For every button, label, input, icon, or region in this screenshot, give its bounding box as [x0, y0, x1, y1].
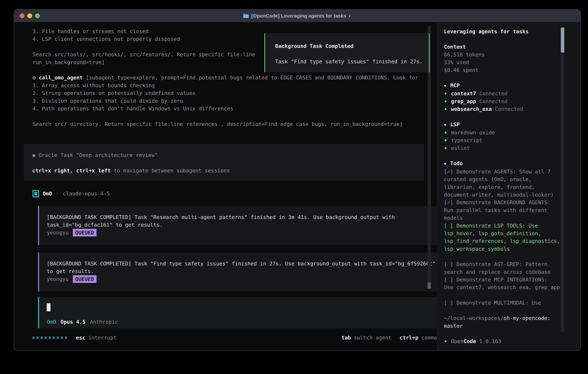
lsp-section-header[interactable]: ▼LSP: [444, 121, 580, 129]
mcp-section-header[interactable]: ▼MCP: [444, 82, 580, 90]
sidebar: Leveraging agents for tasks Context 66,5…: [437, 22, 580, 350]
todo-section-header[interactable]: ▼Todo: [444, 159, 580, 168]
tab-key-label: switch agent: [354, 334, 391, 342]
task-message-meta: yeongyu QUEUED: [47, 229, 437, 237]
gear-icon: ⚙: [32, 75, 39, 81]
lsp-item-name: typescript: [451, 136, 482, 144]
tool-call-line: ⚙ call_omo_agent [subagent_type=explore,…: [32, 74, 424, 82]
lsp-item: eslint: [444, 144, 580, 152]
hint-text: to navigate between subagent sessions: [114, 168, 230, 174]
status-dot-icon: [445, 147, 447, 149]
mcp-item: context7 Connected: [444, 90, 580, 97]
transcript-line: Search src/ directory. Return specific f…: [32, 120, 424, 128]
ctrlp-key-label: commands: [421, 334, 437, 342]
commands-shortcut: ctrl+p commands: [400, 334, 437, 342]
lsp-section: ▼LSP markdown-oxide typescript eslint: [444, 121, 580, 152]
prompt-input[interactable]: OmO Opus 4.5 Anthropic: [38, 297, 437, 328]
sidebar-scrollbar-track[interactable]: [561, 27, 564, 332]
content: 3. File handles or streams not closed 4.…: [14, 22, 580, 350]
tab-shortcut: tab switch agent: [341, 334, 391, 342]
oracle-task-title: Oracle Task "Deep architecture review": [39, 152, 158, 158]
chevron-down-icon: ▼: [444, 82, 450, 90]
notification-title: Background Task Completed: [275, 42, 427, 50]
context-spent: $0.46 spent: [444, 66, 580, 74]
mcp-item-name: context7: [451, 90, 476, 97]
close-button[interactable]: [20, 13, 24, 18]
lsp-item-name: markdown-oxide: [451, 129, 495, 136]
ctrlp-key-hint: ctrl+p: [400, 334, 419, 342]
mcp-item-status: Connected: [479, 90, 507, 97]
window-title-group: [OpenCode] Leveraging agents for tasks ◐: [243, 13, 351, 19]
minimize-button[interactable]: [27, 13, 32, 18]
main-scrollbar-thumb[interactable]: [428, 282, 431, 289]
mcp-heading: MCP: [450, 83, 460, 88]
oracle-hint-line: ctrl+x right, ctrl+x left to navigate be…: [32, 167, 424, 174]
version-line: OpenCode 1.0.163: [444, 337, 580, 345]
record-icon: ◉: [32, 152, 39, 158]
status-dot-icon: [445, 132, 447, 134]
context-tokens: 66,518 tokens: [444, 51, 580, 58]
app-version-name: OpenCode: [451, 337, 476, 345]
text-cursor: [47, 303, 51, 311]
spinner-icon: [32, 336, 67, 339]
task-message-text: [BACKGROUND TASK COMPLETED] Task "Find t…: [47, 260, 437, 275]
notification-toast: Background Task Completed Task "Find typ…: [264, 33, 430, 72]
oracle-task-panel: ◉ Oracle Task "Deep architecture review"…: [24, 144, 424, 181]
status-dot-icon: [445, 100, 447, 102]
context-heading: Context: [444, 43, 580, 51]
transcript-line: 4. Path operations that don't handle Win…: [32, 105, 424, 112]
lsp-item: markdown-oxide: [444, 129, 580, 136]
transcript-line: 3. Division operations that could divide…: [32, 97, 424, 105]
task-message-text: [BACKGROUND TASK COMPLETED] Task "Resear…: [47, 213, 437, 229]
input-model-provider: Anthropic: [90, 318, 118, 326]
status-dot-icon: [445, 93, 447, 94]
agent-name: OmO: [43, 190, 52, 197]
task-author: yeongyu: [47, 275, 69, 283]
todo-item: [ ] Demonstrate LSP TOOLS: Use lsp_hover…: [444, 222, 560, 253]
mcp-item-name: websearch_exa: [451, 105, 492, 113]
notification-body: Task "Find type safety issues" finished …: [275, 58, 427, 65]
task-message: [BACKGROUND TASK COMPLETED] Task "Resear…: [38, 206, 437, 245]
lsp-item-name: eslint: [451, 144, 470, 152]
window-controls: [20, 13, 40, 18]
esc-key-hint: esc: [76, 334, 85, 342]
input-agent-name: OmO: [47, 318, 56, 326]
folder-icon: [243, 13, 249, 18]
oracle-blank-line: [32, 159, 424, 166]
maximize-button[interactable]: [35, 13, 40, 18]
hint-shortcut-keys: ctrl+x right, ctrl+x left: [32, 168, 111, 174]
app-name-bold: Code: [463, 338, 476, 344]
task-message: [BACKGROUND TASK COMPLETED] Task "Find t…: [38, 252, 437, 291]
transcript-line: 2. String operations on potentially unde…: [32, 89, 424, 97]
todo-item: [ ] Demonstrate MCP INTEGRATIONS: Use co…: [444, 276, 560, 291]
status-bar: esc interrupt tab switch agent ctrl+p co…: [32, 334, 437, 342]
tool-call-name: call_omo_agent: [39, 75, 83, 81]
transcript-blank-line: [32, 112, 424, 120]
task-author: yeongyu: [47, 229, 69, 237]
task-message-meta: yeongyu QUEUED: [47, 275, 437, 283]
chevron-down-icon: ▼: [444, 160, 450, 168]
agent-icon: [32, 190, 39, 197]
mcp-item: websearch_exa Connected: [444, 105, 580, 113]
mcp-item-status: Connected: [479, 97, 507, 105]
titlebar: [OpenCode] Leveraging agents for tasks ◐: [14, 10, 580, 22]
workspace-branch: master: [444, 322, 580, 330]
sidebar-scrollbar-thumb[interactable]: [561, 28, 564, 52]
transcript-line: 1. Array access without bounds checking: [32, 82, 424, 89]
workspace-path-name: oh-my-opencode:: [504, 315, 551, 321]
context-section: Context 66,518 tokens 33% used $0.46 spe…: [444, 43, 580, 74]
mcp-section: ▼MCP context7 Connected grep_app Connect…: [444, 82, 580, 113]
todo-item: [✓] Demonstrate BACKGROUND AGENTS: Run p…: [444, 198, 560, 222]
separator: ·: [56, 190, 59, 197]
lsp-heading: LSP: [450, 122, 460, 127]
agent-header: OmO · claude-opus-4-5: [32, 188, 110, 199]
tab-key-hint: tab: [341, 334, 351, 342]
todo-section: ▼Todo [✓] Demonstrate AGENTS: Show all 7…: [444, 159, 580, 307]
model-info-line: OmO Opus 4.5 Anthropic: [47, 318, 437, 326]
window-title: [OpenCode] Leveraging agents for tasks: [251, 13, 346, 19]
todo-heading: Todo: [450, 160, 463, 166]
chat-main-area: 3. File handles or streams not closed 4.…: [14, 22, 437, 350]
context-used: 33% used: [444, 58, 580, 66]
input-model-name: Opus 4.5: [61, 318, 85, 326]
todo-item: [✓] Demonstrate AGENTS: Show all 7 curat…: [444, 168, 560, 199]
